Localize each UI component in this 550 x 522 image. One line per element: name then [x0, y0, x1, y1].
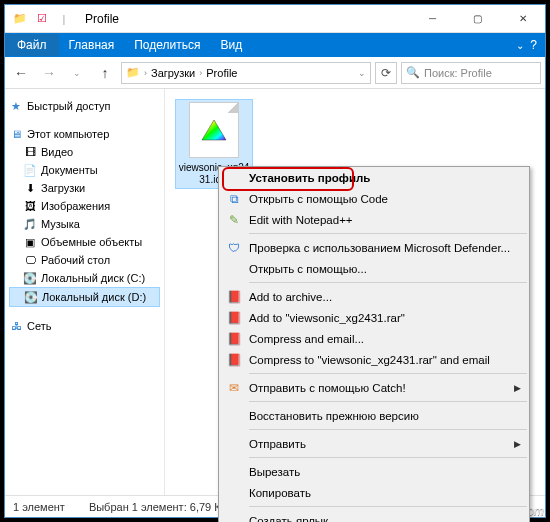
ctx-label: Открыть с помощью Code	[245, 193, 521, 205]
sidebar-item-drive-c[interactable]: 💽Локальный диск (C:)	[9, 269, 160, 287]
qat-divider: |	[55, 10, 73, 28]
ctx-item[interactable]: Восстановить прежнюю версию	[219, 405, 529, 426]
submenu-arrow-icon: ▶	[514, 383, 521, 393]
nav-back-button[interactable]: ←	[9, 61, 33, 85]
chevron-icon: ›	[144, 68, 147, 78]
breadcrumb-seg[interactable]: Загрузки	[151, 67, 195, 79]
download-icon: ⬇	[23, 181, 37, 195]
sidebar-item-pictures[interactable]: 🖼Изображения	[9, 197, 160, 215]
help-icon[interactable]: ?	[530, 38, 537, 52]
sidebar-item-3dobjects[interactable]: ▣Объемные объекты	[9, 233, 160, 251]
sidebar-quick-access[interactable]: ★ Быстрый доступ	[9, 97, 160, 115]
video-icon: 🎞	[23, 145, 37, 159]
tab-file[interactable]: Файл	[5, 34, 59, 56]
desktop-icon: 🖵	[23, 253, 37, 267]
status-count: 1 элемент	[13, 501, 65, 513]
ctx-item[interactable]: Открыть с помощью...	[219, 258, 529, 279]
ctx-item[interactable]: 🛡Проверка с использованием Microsoft Def…	[219, 237, 529, 258]
ctx-item[interactable]: Отправить▶	[219, 433, 529, 454]
ctx-item[interactable]: ✉Отправить с помощью Catch!▶	[219, 377, 529, 398]
status-selection: Выбран 1 элемент: 6,79 КБ	[89, 501, 228, 513]
ctx-separator	[249, 506, 527, 507]
tab-share[interactable]: Поделиться	[124, 34, 210, 56]
rar-icon: 📕	[223, 353, 245, 367]
ctx-label: Открыть с помощью...	[245, 263, 521, 275]
chevron-icon: ›	[199, 68, 202, 78]
nav-up-button[interactable]: ↑	[93, 61, 117, 85]
svg-marker-0	[202, 120, 226, 140]
tab-view[interactable]: Вид	[210, 34, 252, 56]
cube-icon: ▣	[23, 235, 37, 249]
ctx-label: Edit with Notepad++	[245, 214, 521, 226]
rar-icon: 📕	[223, 332, 245, 346]
close-button[interactable]: ✕	[500, 5, 545, 33]
folder-icon: 📁	[126, 66, 140, 79]
ctx-label: Создать ярлык	[245, 515, 521, 523]
ctx-label: Compress and email...	[245, 333, 521, 345]
ctx-separator	[249, 233, 527, 234]
sidebar-item-videos[interactable]: 🎞Видео	[9, 143, 160, 161]
ctx-item[interactable]: Вырезать	[219, 461, 529, 482]
npp-icon: ✎	[223, 213, 245, 227]
ctx-separator	[249, 401, 527, 402]
ctx-label: Восстановить прежнюю версию	[245, 410, 521, 422]
sidebar-item-drive-d[interactable]: 💽Локальный диск (D:)	[9, 287, 160, 307]
defender-icon: 🛡	[223, 241, 245, 255]
ctx-item[interactable]: 📕Compress and email...	[219, 328, 529, 349]
ribbon-tabs: Файл Главная Поделиться Вид ⌄ ?	[5, 33, 545, 57]
minimize-button[interactable]: ─	[410, 5, 455, 33]
ctx-separator	[249, 373, 527, 374]
sidebar-item-desktop[interactable]: 🖵Рабочий стол	[9, 251, 160, 269]
prism-icon	[200, 118, 228, 142]
ctx-item[interactable]: 📕Add to archive...	[219, 286, 529, 307]
submenu-arrow-icon: ▶	[514, 439, 521, 449]
sidebar-this-pc[interactable]: 🖥 Этот компьютер	[9, 125, 160, 143]
refresh-button[interactable]: ⟳	[375, 62, 397, 84]
sidebar-network[interactable]: 🖧 Сеть	[9, 317, 160, 335]
ribbon-expand-icon[interactable]: ⌄	[516, 40, 524, 51]
ctx-item[interactable]: Установить профиль	[219, 167, 529, 188]
breadcrumb-seg[interactable]: Profile	[206, 67, 237, 79]
ctx-separator	[249, 429, 527, 430]
maximize-button[interactable]: ▢	[455, 5, 500, 33]
tab-home[interactable]: Главная	[59, 34, 125, 56]
network-icon: 🖧	[9, 319, 23, 333]
ctx-item[interactable]: ⧉Открыть с помощью Code	[219, 188, 529, 209]
sidebar-item-music[interactable]: 🎵Музыка	[9, 215, 160, 233]
ctx-item[interactable]: 📕Compress to "viewsonic_xg2431.rar" and …	[219, 349, 529, 370]
catch-icon: ✉	[223, 381, 245, 395]
nav-history-button[interactable]: ⌄	[65, 61, 89, 85]
nav-pane: ★ Быстрый доступ 🖥 Этот компьютер 🎞Видео…	[5, 89, 165, 495]
ctx-separator	[249, 457, 527, 458]
titlebar: 📁 ☑ | Profile ─ ▢ ✕	[5, 5, 545, 33]
ctx-label: Установить профиль	[245, 172, 521, 184]
drive-icon: 💽	[23, 271, 37, 285]
rar-icon: 📕	[223, 311, 245, 325]
ctx-label: Копировать	[245, 487, 521, 499]
ctx-item[interactable]: Создать ярлык	[219, 510, 529, 522]
sidebar-item-documents[interactable]: 📄Документы	[9, 161, 160, 179]
search-placeholder: Поиск: Profile	[424, 67, 492, 79]
chevron-down-icon[interactable]: ⌄	[358, 68, 366, 78]
qat-check-icon[interactable]: ☑	[33, 10, 51, 28]
ctx-item[interactable]: 📕Add to "viewsonic_xg2431.rar"	[219, 307, 529, 328]
ctx-label: Add to "viewsonic_xg2431.rar"	[245, 312, 521, 324]
ctx-label: Вырезать	[245, 466, 521, 478]
search-input[interactable]: 🔍 Поиск: Profile	[401, 62, 541, 84]
address-bar[interactable]: 📁 › Загрузки › Profile ⌄	[121, 62, 371, 84]
star-icon: ★	[9, 99, 23, 113]
nav-forward-button[interactable]: →	[37, 61, 61, 85]
music-icon: 🎵	[23, 217, 37, 231]
sidebar-item-downloads[interactable]: ⬇Загрузки	[9, 179, 160, 197]
ctx-item[interactable]: ✎Edit with Notepad++	[219, 209, 529, 230]
rar-icon: 📕	[223, 290, 245, 304]
ctx-label: Проверка с использованием Microsoft Defe…	[245, 242, 521, 254]
pc-icon: 🖥	[9, 127, 23, 141]
ctx-separator	[249, 282, 527, 283]
code-icon: ⧉	[223, 192, 245, 206]
ctx-label: Отправить	[245, 438, 514, 450]
ctx-item[interactable]: Копировать	[219, 482, 529, 503]
address-toolbar: ← → ⌄ ↑ 📁 › Загрузки › Profile ⌄ ⟳ 🔍 Пои…	[5, 57, 545, 89]
picture-icon: 🖼	[23, 199, 37, 213]
window-title: Profile	[85, 12, 119, 26]
